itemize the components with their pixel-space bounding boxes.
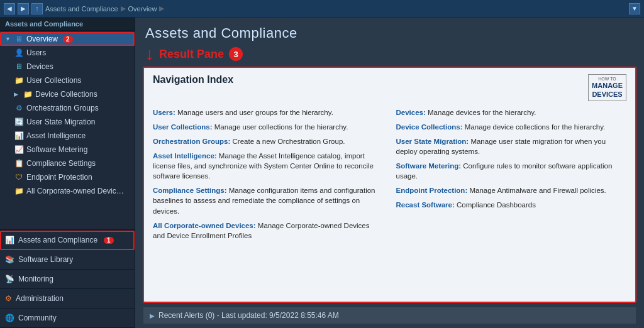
- sidebar-bottom: 📊 Assets and Compliance 1 📚 Software Lib…: [0, 229, 135, 328]
- sidebar-bottom-item-monitoring[interactable]: 📡 Monitoring: [0, 270, 135, 289]
- sidebar-bottom-item-software-library[interactable]: 📚 Software Library: [0, 250, 135, 270]
- software-metering-icon: 📈: [14, 145, 24, 155]
- users-icon: 👤: [14, 48, 24, 58]
- orchestration-groups-icon: ⚙: [14, 103, 24, 113]
- sidebar-section-header: Assets and Compliance: [0, 18, 135, 31]
- sidebar: Assets and Compliance ▼ 🖥 Overview 2 👤 U…: [0, 18, 135, 328]
- logo-box: HOW TO MANAGE DEVICES: [588, 74, 626, 101]
- all-corporate-owned-icon: 📁: [14, 186, 24, 196]
- device-collections-icon: 📁: [23, 89, 33, 99]
- sidebar-label-software-metering: Software Metering: [26, 145, 87, 154]
- sidebar-bottom-item-community[interactable]: 🌐 Community: [0, 309, 135, 328]
- asset-intelligence-icon: 📊: [14, 131, 24, 141]
- recent-alerts-bar[interactable]: ▶ Recent Alerts (0) - Last updated: 9/5/…: [143, 307, 636, 324]
- sidebar-item-device-collections[interactable]: ▶ 📁 Device Collections: [0, 87, 135, 101]
- content-area: Assets and Compliance ↓ Result Pane 3 Na…: [135, 18, 644, 328]
- nav-index-content: Users: Manage users and user groups for …: [153, 107, 626, 245]
- user-collections-icon: 📁: [14, 75, 24, 85]
- nav-text-user-collections: Manage user collections for the hierarch…: [214, 123, 348, 131]
- sidebar-item-overview[interactable]: ▼ 🖥 Overview 2: [0, 32, 135, 46]
- sidebar-item-devices[interactable]: 🖥 Devices: [0, 60, 135, 74]
- sidebar-item-software-metering[interactable]: 📈 Software Metering: [0, 143, 135, 156]
- breadcrumb-sep-1: ▶: [121, 4, 126, 13]
- sidebar-item-asset-intelligence[interactable]: 📊 Asset Intelligence: [0, 129, 135, 143]
- sidebar-label-endpoint-protection: Endpoint Protection: [26, 173, 92, 182]
- nav-link-asset-intelligence[interactable]: Asset Intelligence:: [153, 152, 217, 160]
- nav-index-title: Navigation Index: [153, 74, 233, 85]
- overview-badge: 2: [63, 36, 73, 43]
- recent-alerts-label: Recent Alerts (0) - Last updated: 9/5/20…: [158, 311, 339, 320]
- nav-link-recast-software[interactable]: Recast Software:: [396, 201, 455, 209]
- sidebar-item-orchestration-groups[interactable]: ⚙ Orchestration Groups: [0, 101, 135, 115]
- nav-item-all-corporate-owned: All Corporate-owned Devices: Manage Corp…: [153, 221, 384, 241]
- nav-text-endpoint-protection: Manage Antimalware and Firewall policies…: [469, 187, 606, 194]
- down-arrow-annotation: ↓: [145, 45, 154, 63]
- nav-link-devices[interactable]: Devices:: [396, 109, 426, 116]
- nav-item-compliance-settings: Compliance Settings: Manage configuratio…: [153, 185, 384, 216]
- nav-text-users: Manage users and user groups for the hie…: [177, 109, 333, 116]
- nav-link-software-metering[interactable]: Software Metering:: [396, 162, 462, 170]
- compliance-settings-icon: 📋: [14, 158, 24, 168]
- breadcrumb-item-2[interactable]: Overview: [128, 5, 157, 13]
- nav-item-recast-software: Recast Software: Compliance Dashboards: [396, 200, 627, 210]
- sidebar-bottom-label-software-library: Software Library: [18, 255, 73, 264]
- recent-alerts-expand-icon: ▶: [150, 312, 155, 319]
- annotation-badge-3: 3: [229, 47, 243, 61]
- sidebar-label-compliance-settings: Compliance Settings: [26, 159, 96, 168]
- back-button[interactable]: ◀: [4, 3, 15, 14]
- forward-button[interactable]: ▶: [18, 3, 29, 14]
- content-header: Assets and Compliance: [135, 18, 644, 45]
- breadcrumb: Assets and Compliance ▶ Overview ▶: [45, 4, 626, 13]
- breadcrumb-item-1[interactable]: Assets and Compliance: [45, 5, 118, 13]
- logo-line1: HOW TO: [592, 77, 623, 82]
- logo-line2: MANAGE: [592, 82, 623, 90]
- nav-item-user-state-migration: User State Migration: Manage user state …: [396, 136, 627, 156]
- sidebar-label-user-state-migration: User State Migration: [26, 118, 95, 126]
- sidebar-bottom-label-assets-compliance: Assets and Compliance: [18, 236, 97, 244]
- assets-compliance-badge: 1: [104, 237, 114, 244]
- sidebar-bottom-label-monitoring: Monitoring: [18, 275, 53, 283]
- logo-line3: DEVICES: [592, 90, 623, 99]
- sidebar-item-users[interactable]: 👤 Users: [0, 46, 135, 60]
- sidebar-label-all-corporate-owned: All Corporate-owned Devic…: [26, 187, 124, 195]
- overview-icon: 🖥: [14, 34, 24, 44]
- sidebar-item-user-state-migration[interactable]: 🔄 User State Migration: [0, 115, 135, 129]
- nav-item-software-metering: Software Metering: Configure rules to mo…: [396, 161, 627, 181]
- sidebar-bottom-item-assets-compliance[interactable]: 📊 Assets and Compliance 1: [0, 231, 135, 250]
- nav-link-user-collections[interactable]: User Collections:: [153, 123, 213, 131]
- window-control[interactable]: ▼: [629, 3, 640, 14]
- administration-icon: ⚙: [5, 294, 12, 303]
- nav-index-right-col: Devices: Manage devices for the hierarch…: [396, 107, 627, 245]
- up-button[interactable]: ↑: [31, 3, 43, 14]
- sidebar-bottom-label-administration: Administration: [16, 294, 64, 303]
- sidebar-tree: ▼ 🖥 Overview 2 👤 Users 🖥 Devices 📁 User …: [0, 31, 135, 229]
- sidebar-item-user-collections[interactable]: 📁 User Collections: [0, 74, 135, 87]
- assets-compliance-bottom-icon: 📊: [5, 236, 14, 244]
- community-icon: 🌐: [5, 314, 14, 322]
- expand-overview-icon: ▼: [5, 36, 11, 42]
- nav-link-endpoint-protection[interactable]: Endpoint Protection:: [396, 187, 468, 194]
- sidebar-item-all-corporate-owned[interactable]: 📁 All Corporate-owned Devic…: [0, 184, 135, 198]
- nav-link-all-corporate-owned[interactable]: All Corporate-owned Devices:: [153, 222, 256, 229]
- sidebar-item-compliance-settings[interactable]: 📋 Compliance Settings: [0, 156, 135, 170]
- result-pane-label: Result Pane: [159, 48, 224, 61]
- nav-link-user-state-migration[interactable]: User State Migration:: [396, 138, 469, 145]
- nav-text-devices: Manage devices for the hierarchy.: [428, 109, 536, 116]
- title-bar: ◀ ▶ ↑ Assets and Compliance ▶ Overview ▶…: [0, 0, 644, 18]
- nav-item-device-collections: Device Collections: Manage device collec…: [396, 122, 627, 132]
- nav-link-orchestration-groups[interactable]: Orchestration Groups:: [153, 138, 230, 145]
- monitoring-icon: 📡: [5, 275, 14, 283]
- nav-text-recast-software: Compliance Dashboards: [457, 201, 536, 209]
- devices-icon: 🖥: [14, 62, 24, 72]
- nav-item-users: Users: Manage users and user groups for …: [153, 107, 384, 118]
- sidebar-label-devices: Devices: [26, 62, 53, 71]
- nav-item-user-collections: User Collections: Manage user collection…: [153, 122, 384, 132]
- nav-link-users[interactable]: Users:: [153, 109, 175, 116]
- nav-item-devices: Devices: Manage devices for the hierarch…: [396, 107, 627, 118]
- sidebar-bottom-item-administration[interactable]: ⚙ Administration: [0, 289, 135, 309]
- nav-link-device-collections[interactable]: Device Collections:: [396, 123, 463, 131]
- nav-item-orchestration-groups: Orchestration Groups: Create a new Orche…: [153, 136, 384, 146]
- nav-link-compliance-settings[interactable]: Compliance Settings:: [153, 187, 227, 194]
- sidebar-bottom-label-community: Community: [18, 314, 57, 322]
- sidebar-item-endpoint-protection[interactable]: 🛡 Endpoint Protection: [0, 170, 135, 184]
